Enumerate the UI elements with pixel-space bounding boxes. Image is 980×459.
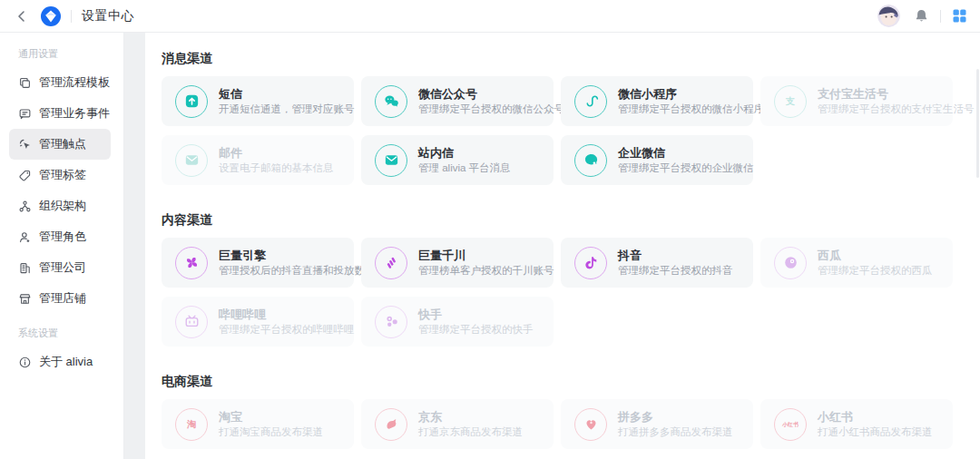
back-button[interactable] xyxy=(15,9,29,24)
channel-card-xiaohongshu[interactable]: 小红书 小红书 打通小红书商品发布渠道 xyxy=(760,399,953,449)
card-title: 京东 xyxy=(418,410,523,424)
ocean-engine-icon xyxy=(175,247,208,279)
card-desc: 管理榜单客户授权的千川账号 xyxy=(418,265,554,277)
qianchuan-icon xyxy=(375,247,407,279)
touchpoint-cursor-icon xyxy=(18,138,32,151)
card-title: 微信公众号 xyxy=(418,87,554,101)
section-title: 电商渠道 xyxy=(162,374,980,390)
channel-card-xigua[interactable]: 西瓜 管理绑定平台授权的西瓜 xyxy=(760,238,953,288)
sidebar-item-tag[interactable]: 管理标签 xyxy=(9,160,111,190)
org-structure-icon xyxy=(18,200,32,213)
channel-card-jd[interactable]: 京东 打通京东商品发布渠道 xyxy=(361,399,554,449)
card-title: 快手 xyxy=(418,308,534,321)
settings-center-app: 设置中心 通用设置 管理流程模板 xyxy=(0,0,980,459)
user-avatar[interactable] xyxy=(877,5,900,27)
tag-icon xyxy=(18,169,32,182)
channel-card-site-mail[interactable]: 站内信 管理 alivia 平台消息 xyxy=(361,135,554,185)
channel-card-douyin[interactable]: 抖音 管理绑定平台授权的抖音 xyxy=(561,238,753,288)
apps-grid-icon[interactable] xyxy=(952,8,967,24)
mail-icon xyxy=(175,144,208,177)
channel-section: 内容渠道 巨量引擎 管理授权后的抖音直播和投放数据 巨量千川 管理榜单客户授权的… xyxy=(162,212,980,347)
alipay-icon: 支 xyxy=(774,85,807,118)
channel-card-wechat-oa[interactable]: 微信公众号 管理绑定平台授权的微信公众号 xyxy=(361,76,554,126)
card-desc: 管理绑定平台授权的支付宝生活号 xyxy=(818,103,953,115)
sidebar-item-label: 管理店铺 xyxy=(39,290,86,307)
channel-card-qianchuan[interactable]: 巨量千川 管理榜单客户授权的千川账号 xyxy=(361,238,554,288)
channel-card-sms[interactable]: 短信 开通短信通道，管理对应账号 xyxy=(162,76,354,126)
channel-card-taobao[interactable]: 淘 淘宝 打通淘宝商品发布渠道 xyxy=(162,399,354,449)
card-grid: 淘 淘宝 打通淘宝商品发布渠道 京东 打通京东商品发布渠道 拼多多 打通拼多多商… xyxy=(162,399,980,449)
info-icon xyxy=(18,356,32,369)
scrollbar[interactable] xyxy=(976,69,979,178)
sms-icon xyxy=(175,85,208,118)
wechat-miniprogram-icon xyxy=(574,85,607,118)
card-desc: 管理绑定平台授权的企业微信 xyxy=(618,162,753,174)
app-logo[interactable] xyxy=(41,6,61,26)
channel-card-alipay[interactable]: 支 支付宝生活号 管理绑定平台授权的支付宝生活号 xyxy=(760,76,953,126)
wechat-oa-icon xyxy=(375,85,407,118)
shop-icon xyxy=(18,292,32,306)
card-desc: 管理 alivia 平台消息 xyxy=(418,162,511,174)
card-title: 巨量千川 xyxy=(418,249,554,262)
site-mail-icon xyxy=(375,144,407,177)
bell-icon[interactable] xyxy=(914,8,929,24)
sidebar-item-label: 管理业务事件 xyxy=(39,105,110,122)
business-event-icon xyxy=(18,107,32,121)
channel-card-pdd[interactable]: 拼多多 打通拼多多商品发布渠道 xyxy=(561,399,753,449)
channel-card-mail[interactable]: 邮件 设置电子邮箱的基本信息 xyxy=(162,135,354,185)
card-desc: 打通小红书商品发布渠道 xyxy=(818,426,933,438)
sidebar-item-info[interactable]: 关于 alivia xyxy=(9,347,111,377)
card-desc: 管理绑定平台授权的微信公众号 xyxy=(418,103,554,115)
douyin-icon xyxy=(574,247,607,279)
page-title: 设置中心 xyxy=(82,8,134,24)
channel-card-ocean-engine[interactable]: 巨量引擎 管理授权后的抖音直播和投放数据 xyxy=(162,238,354,288)
channel-card-wecom[interactable]: 企业微信 管理绑定平台授权的企业微信 xyxy=(561,135,753,185)
card-title: 微信小程序 xyxy=(618,87,753,101)
sidebar-item-business-event[interactable]: 管理业务事件 xyxy=(9,98,111,129)
card-desc: 管理绑定平台授权的哔哩哔哩 xyxy=(219,324,354,336)
card-title: 企业微信 xyxy=(618,146,753,160)
card-desc: 管理绑定平台授权的微信小程序 xyxy=(618,103,753,115)
sidebar-item-label: 管理标签 xyxy=(39,167,86,183)
card-desc: 设置电子邮箱的基本信息 xyxy=(219,162,334,174)
channel-card-kuaishou[interactable]: 快手 管理绑定平台授权的快手 xyxy=(361,297,554,347)
card-title: 哔哩哔哩 xyxy=(219,308,354,321)
sidebar-item-flow-template[interactable]: 管理流程模板 xyxy=(9,67,111,98)
channel-card-wechat-miniprogram[interactable]: 微信小程序 管理绑定平台授权的微信小程序 xyxy=(561,76,753,126)
sidebar-item-company[interactable]: 管理公司 xyxy=(9,252,111,283)
card-desc: 管理绑定平台授权的快手 xyxy=(418,324,534,336)
sidebar-item-label: 管理角色 xyxy=(39,229,86,245)
card-desc: 打通拼多多商品发布渠道 xyxy=(618,426,733,438)
sidebar-section-label: 通用设置 xyxy=(0,47,123,67)
xiaohongshu-icon: 小红书 xyxy=(774,408,807,441)
flow-template-icon xyxy=(18,76,32,90)
sidebar-item-touchpoint-cursor[interactable]: 管理触点 xyxy=(9,129,111,160)
main-content: 消息渠道 短信 开通短信通道，管理对应账号 微信公众号 管理绑定平台授权的微信公… xyxy=(145,33,980,459)
sidebar-item-role[interactable]: 管理角色 xyxy=(9,221,111,252)
top-bar: 设置中心 xyxy=(0,0,980,33)
role-icon xyxy=(18,230,32,244)
card-title: 邮件 xyxy=(219,146,334,160)
card-title: 拼多多 xyxy=(618,410,733,424)
section-title: 内容渠道 xyxy=(162,212,980,229)
card-desc: 管理授权后的抖音直播和投放数据 xyxy=(219,265,354,277)
card-desc: 管理绑定平台授权的西瓜 xyxy=(818,265,933,277)
channel-section: 消息渠道 短信 开通短信通道，管理对应账号 微信公众号 管理绑定平台授权的微信公… xyxy=(162,51,980,185)
card-grid: 巨量引擎 管理授权后的抖音直播和投放数据 巨量千川 管理榜单客户授权的千川账号 … xyxy=(162,238,980,347)
sidebar-section-label: 系统设置 xyxy=(0,327,123,347)
card-title: 巨量引擎 xyxy=(219,249,354,262)
card-desc: 打通淘宝商品发布渠道 xyxy=(219,426,323,438)
card-title: 站内信 xyxy=(418,146,511,160)
card-title: 小红书 xyxy=(818,410,933,424)
header-right xyxy=(877,5,967,27)
card-title: 短信 xyxy=(219,87,354,101)
channel-section: 电商渠道 淘 淘宝 打通淘宝商品发布渠道 京东 打通京东商品发布渠道 拼多多 打… xyxy=(162,374,980,449)
sidebar-item-org-structure[interactable]: 组织架构 xyxy=(9,190,111,221)
section-title: 消息渠道 xyxy=(162,51,980,67)
sidebar-item-label: 管理公司 xyxy=(39,259,86,276)
sidebar-item-label: 管理触点 xyxy=(39,136,86,152)
channel-card-bilibili[interactable]: 哔哩哔哩 管理绑定平台授权的哔哩哔哩 xyxy=(162,297,354,347)
sidebar-item-shop[interactable]: 管理店铺 xyxy=(9,283,111,314)
taobao-icon: 淘 xyxy=(175,408,208,441)
card-desc: 管理绑定平台授权的抖音 xyxy=(618,265,733,277)
